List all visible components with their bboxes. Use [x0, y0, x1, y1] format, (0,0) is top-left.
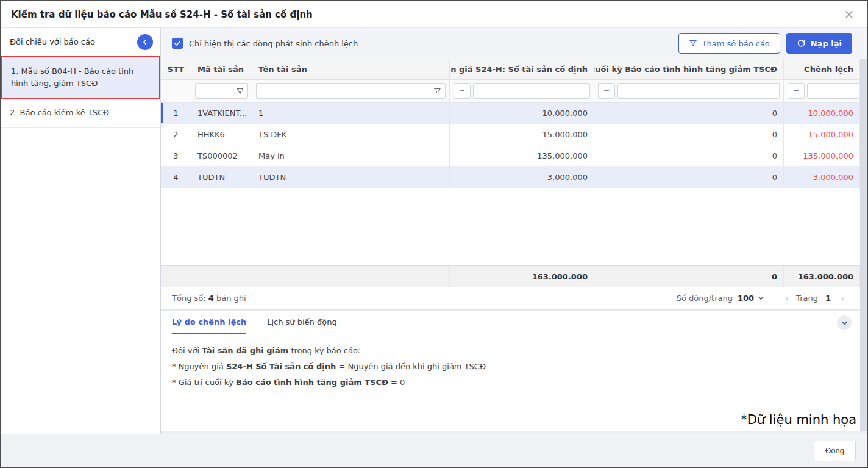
- dialog-footer: Đóng: [1, 434, 867, 467]
- sidebar-header-label: Đối chiếu với báo cáo: [10, 37, 95, 46]
- reload-button[interactable]: Nạp lại: [786, 33, 852, 54]
- col-header-asset-code[interactable]: Mã tài sản: [191, 59, 252, 79]
- table-summary-row: 163.000.000 0 163.000.000: [161, 265, 860, 287]
- sidebar-item-b04h-report[interactable]: 1. Mẫu số B04-H - Báo cáo tình hình tăng…: [1, 56, 160, 99]
- checkbox-checked-icon: [172, 38, 183, 49]
- table-row[interactable]: 4 TUDTN TUDTN 3.000.000 0 3.000.000: [161, 167, 860, 188]
- report-check-dialog: Kiểm tra dữ liệu báo cáo Mẫu số S24-H - …: [0, 0, 868, 468]
- current-page-number: 1: [823, 293, 833, 303]
- page-size-label: Số dòng/trang: [677, 293, 733, 303]
- chevron-down-icon: [841, 319, 848, 327]
- sidebar-collapse-button[interactable]: [137, 34, 153, 50]
- sidebar-header: Đối chiếu với báo cáo: [1, 28, 160, 56]
- table-row[interactable]: 2 HHKK6 TS DFK 15.000.000 0 15.000.000: [161, 124, 860, 145]
- col-header-original-cost[interactable]: Nguyên giá S24-H: Sổ tài sản cố định: [450, 59, 594, 79]
- explanation-line: * Nguyên giá S24-H Sổ Tài sản cố định = …: [172, 359, 849, 375]
- sidebar-item-inventory-report[interactable]: 2. Báo cáo kiểm kê TSCĐ: [1, 99, 160, 128]
- filter-operator-equals[interactable]: =: [788, 83, 805, 99]
- col-header-difference[interactable]: Chênh lệch: [784, 59, 860, 79]
- filter-icon[interactable]: [232, 84, 247, 98]
- filter-icon[interactable]: [429, 84, 445, 98]
- dialog-title: Kiểm tra dữ liệu báo cáo Mẫu số S24-H - …: [11, 9, 313, 20]
- vertical-scrollbar[interactable]: [860, 59, 867, 431]
- page-label: Trang: [796, 293, 818, 303]
- pagination-bar: Tổng số: 4 bản ghi Số dòng/trang 100 ‹ T…: [161, 287, 860, 310]
- prev-page-button[interactable]: ‹: [783, 293, 791, 304]
- filter-operator-equals[interactable]: =: [598, 83, 615, 99]
- table-row[interactable]: 1 1VATKIENT... 1 10.000.000 0 10.000.000: [161, 103, 860, 124]
- table-empty-area: [161, 188, 860, 265]
- diff-reason-content: Đối với Tài sản đã ghi giảm trong kỳ báo…: [161, 334, 860, 431]
- close-dialog-button[interactable]: Đóng: [814, 441, 856, 461]
- filter-ending-value-input[interactable]: [618, 84, 779, 98]
- grid-toolbar: Chỉ hiện thị các dòng phát sinh chênh lệ…: [161, 28, 867, 59]
- collapse-detail-button[interactable]: [837, 315, 852, 330]
- summary-ending-value: 0: [594, 266, 784, 287]
- chevron-left-icon: [141, 38, 149, 46]
- col-header-ending-value[interactable]: Giá trị cuối kỳ Báo cáo tình hình tăng g…: [594, 59, 784, 79]
- only-diff-checkbox[interactable]: Chỉ hiện thị các dòng phát sinh chênh lệ…: [172, 38, 358, 49]
- dialog-titlebar: Kiểm tra dữ liệu báo cáo Mẫu số S24-H - …: [1, 1, 867, 28]
- filter-original-cost-input[interactable]: [474, 84, 589, 98]
- table-filter-row: = = =: [161, 80, 860, 103]
- tab-diff-reason[interactable]: Lý do chênh lệch: [172, 311, 246, 334]
- compare-sidebar: Đối chiếu với báo cáo 1. Mẫu số B04-H - …: [1, 28, 161, 434]
- summary-difference: 163.000.000: [784, 266, 860, 287]
- filter-asset-code-input[interactable]: [196, 84, 232, 98]
- filter-operator-equals[interactable]: =: [454, 83, 471, 99]
- report-params-button[interactable]: Tham số báo cáo: [678, 33, 780, 54]
- main-panel: Chỉ hiện thị các dòng phát sinh chênh lệ…: [161, 28, 867, 431]
- filter-difference-input[interactable]: [808, 84, 860, 98]
- filter-icon: [689, 39, 697, 48]
- table-row[interactable]: 3 TS000002 Máy in 135.000.000 0 135.000.…: [161, 145, 860, 167]
- explanation-line: * Giá trị cuối kỳ Báo cáo tình hình tăng…: [172, 375, 849, 391]
- explanation-line: Đối với Tài sản đã ghi giảm trong kỳ báo…: [172, 343, 849, 359]
- detail-tabs: Lý do chênh lệch Lịch sử biến động: [161, 310, 860, 334]
- col-header-stt[interactable]: STT: [161, 59, 191, 79]
- diff-table: STT Mã tài sản Tên tài sản Nguyên giá S2…: [161, 59, 860, 287]
- col-header-asset-name[interactable]: Tên tài sản: [252, 59, 450, 79]
- page-size-select[interactable]: 100: [738, 293, 764, 303]
- total-records: Tổng số: 4 bản ghi: [172, 293, 246, 303]
- table-header-row: STT Mã tài sản Tên tài sản Nguyên giá S2…: [161, 59, 860, 80]
- only-diff-checkbox-label: Chỉ hiện thị các dòng phát sinh chênh lệ…: [189, 39, 358, 48]
- tab-change-history[interactable]: Lịch sử biến động: [267, 311, 336, 334]
- refresh-icon: [797, 39, 806, 48]
- filter-asset-name-input[interactable]: [257, 84, 429, 98]
- summary-original-cost: 163.000.000: [450, 266, 594, 287]
- next-page-button[interactable]: ›: [838, 293, 847, 304]
- sample-data-watermark: *Dữ liệu minh họa: [741, 412, 856, 427]
- total-records-count: 4: [208, 293, 214, 303]
- chevron-down-icon: [758, 295, 764, 301]
- close-icon[interactable]: [842, 8, 856, 21]
